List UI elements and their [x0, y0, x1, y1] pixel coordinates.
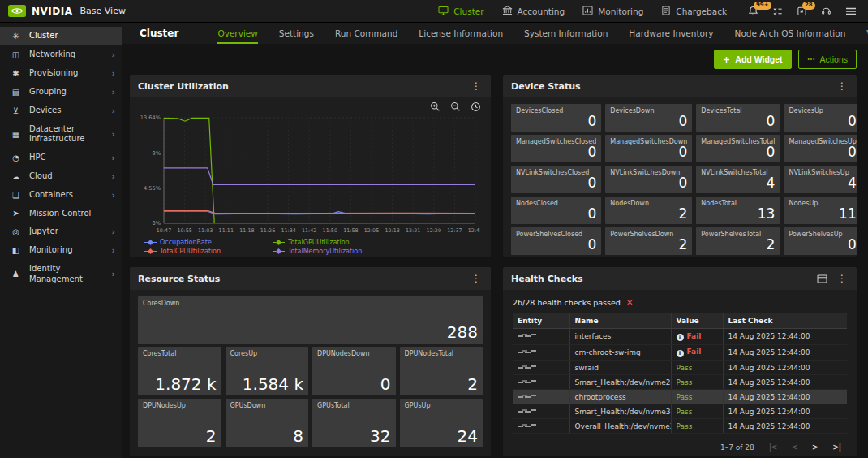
tab-system-information[interactable]: System Information [524, 24, 608, 44]
stat-card-label: ManagedSwitchesUp [789, 138, 856, 145]
sidebar-item-cluster[interactable]: ✳Cluster [0, 27, 122, 45]
stat-card-devicesclosed: DevicesClosed0 [511, 104, 601, 132]
health-lastcheck-cell: 14 Aug 2025 12:44:00 [723, 404, 814, 419]
sidebar-item-jupyter[interactable]: ◎Jupyter› [0, 223, 122, 241]
stat-card-value: 0 [516, 114, 596, 128]
sidebar-item-datacenter-infrastructure[interactable]: ▦Datacenter Infrastructure› [0, 120, 122, 149]
tab-settings[interactable]: Settings [279, 24, 314, 44]
health-value-cell: Pass [671, 404, 723, 419]
topnav-item-monitoring[interactable]: Monitoring [582, 6, 643, 17]
page-toolbar: Add Widget Actions [122, 44, 868, 75]
legend-marker [273, 240, 285, 244]
legend-item-totalgpuutilization[interactable]: TotalGPUUtilization [273, 239, 451, 246]
notifications-bell-icon[interactable]: 99+ [748, 6, 758, 16]
topnav-item-cluster[interactable]: Cluster [438, 6, 483, 17]
tab-hardware-inventory[interactable]: Hardware Inventory [629, 24, 713, 44]
health-check-row[interactable]: cm-chroot-sw-imgiFail14 Aug 2025 12:44:0… [513, 344, 847, 361]
legend-marker [144, 240, 157, 244]
brand-product: Base View [80, 6, 126, 16]
stat-card-value: 32 [317, 428, 391, 444]
sidebar-item-label: Cloud [29, 171, 53, 182]
sidebar-item-monitoring[interactable]: ◧Monitoring› [0, 241, 122, 260]
topnav-item-label: Monitoring [598, 6, 643, 16]
export-icon[interactable]: 28 [797, 6, 807, 16]
table-view-icon[interactable] [817, 274, 827, 283]
stat-card-label: GPUsDown [230, 402, 304, 409]
stat-card-gpusdown: GPUsDown8 [226, 399, 309, 447]
stat-card-label: NVLinkSwitchesUp [789, 169, 856, 176]
health-lastcheck-cell: 14 Aug 2025 12:44:00 [723, 390, 814, 404]
kebab-menu-icon[interactable]: ⋮ [470, 273, 483, 284]
jupyter-icon: ◎ [11, 227, 21, 236]
zoom-out-icon[interactable] [450, 102, 461, 112]
stat-card-nodestotal: NodesTotal13 [696, 197, 780, 224]
add-widget-button[interactable]: Add Widget [714, 50, 791, 69]
stat-card-label: DevicesClosed [516, 107, 596, 114]
main-content: Cluster OverviewSettingsRun CommandLicen… [122, 23, 868, 458]
stat-card-label: PowerShelvesTotal [701, 231, 775, 238]
topnav-item-accounting[interactable]: Accounting [502, 6, 565, 17]
support-headset-icon[interactable] [821, 6, 831, 16]
kebab-menu-icon[interactable]: ⋮ [836, 80, 849, 92]
svg-text:9%: 9% [153, 150, 161, 157]
sidebar-item-containers[interactable]: ❏Containers› [0, 186, 122, 205]
svg-text:4.55%: 4.55% [144, 185, 161, 192]
health-check-row[interactable]: Overall_Health:/dev/nvme3@nvmePass14 Aug… [513, 419, 847, 434]
tab-overview[interactable]: Overview [217, 24, 257, 44]
health-check-row[interactable]: swraidPass14 Aug 2025 12:44:00 [513, 361, 847, 375]
legend-item-occupationrate[interactable]: OccupationRate [144, 239, 266, 246]
stat-card-value: 1.584 k [230, 376, 304, 392]
tab-license-information[interactable]: License Information [419, 24, 503, 44]
export-badge: 28 [802, 2, 815, 10]
cloud-icon: ☁ [11, 172, 21, 181]
stat-card-label: DPUNodesTotal [405, 350, 479, 357]
chevron-right-icon: › [109, 227, 115, 237]
legend-item-totalmemoryutilization[interactable]: TotalMemoryUtilization [273, 248, 451, 255]
health-check-row[interactable]: interfacesiFail14 Aug 2025 12:44:00 [513, 329, 847, 345]
tasks-checklist-icon[interactable] [772, 6, 783, 16]
health-check-row[interactable]: Smart_Health:/dev/nvme2@nvmePass14 Aug 2… [513, 375, 847, 390]
actions-button[interactable]: Actions [798, 50, 857, 69]
legend-item-totalcpuutilization[interactable]: TotalCPUUtilization [144, 248, 266, 255]
stat-card-value: 0 [610, 145, 687, 159]
legend-label: TotalGPUUtilization [288, 239, 350, 246]
kebab-menu-icon[interactable]: ⋮ [836, 273, 849, 284]
sidebar-item-cloud[interactable]: ☁Cloud› [0, 167, 122, 186]
health-check-row[interactable]: chrootprocessPass14 Aug 2025 12:44:00 [513, 390, 847, 404]
svg-text:12:13: 12:13 [385, 227, 399, 234]
tab-node-arch-os-information[interactable]: Node Arch OS Information [735, 24, 846, 44]
first-page-icon[interactable]: |< [769, 443, 777, 452]
stat-card-label: ManagedSwitchesDown [610, 138, 687, 145]
tab-run-command[interactable]: Run Command [335, 24, 397, 44]
sidebar-item-provisioning[interactable]: ✱Provisioning› [0, 64, 122, 83]
prev-page-icon[interactable]: < [791, 443, 797, 452]
clear-filter-x-icon[interactable]: ✕ [626, 298, 633, 307]
stat-card-value: 288 [143, 324, 478, 340]
sidebar-item-grouping[interactable]: ▤Grouping› [0, 83, 122, 102]
dashboard-grid: Cluster Utilization ⋮ 13.64%9%4. [122, 75, 868, 456]
stat-card-coresup: CoresUp1.584 k [226, 347, 309, 395]
kebab-menu-icon[interactable]: ⋮ [470, 80, 483, 92]
time-range-icon[interactable] [471, 102, 481, 112]
stat-card-value: 0 [789, 238, 856, 252]
topnav-item-chargeback[interactable]: Chargeback [661, 6, 727, 17]
health-check-row[interactable]: Smart_Health:/dev/nvme3@nvmePass14 Aug 2… [513, 404, 847, 419]
last-page-icon[interactable]: >| [832, 443, 840, 452]
hamburger-menu-icon[interactable] [845, 6, 857, 16]
health-lastcheck-cell: 14 Aug 2025 12:44:00 [723, 344, 814, 361]
next-page-icon[interactable]: > [812, 443, 818, 452]
stat-card-powershelvesclosed: PowerShelvesClosed0 [511, 227, 601, 255]
svg-text:12:29: 12:29 [427, 227, 441, 234]
sidebar-item-hpc[interactable]: ◔HPC› [0, 149, 122, 167]
health-name-cell: Smart_Health:/dev/nvme3@nvme [569, 404, 671, 419]
health-entity-cell [513, 329, 569, 345]
stat-card-nodesclosed: NodesClosed0 [511, 197, 601, 224]
utilization-line-chart[interactable]: 13.64%9%4.55%0%10:4710:5511:0311:1111:18… [136, 113, 480, 236]
sidebar-item-identity-management[interactable]: ♟Identity Management› [0, 260, 122, 288]
sidebar-item-mission-control[interactable]: ➤Mission Control [0, 205, 122, 223]
zoom-in-icon[interactable] [430, 102, 440, 112]
sidebar-item-networking[interactable]: ◫Networking› [0, 45, 122, 64]
resource-status-header: Resource Status ⋮ [130, 267, 491, 290]
chevron-right-icon: › [109, 269, 115, 279]
sidebar-item-devices[interactable]: ⊻Devices› [0, 102, 122, 120]
